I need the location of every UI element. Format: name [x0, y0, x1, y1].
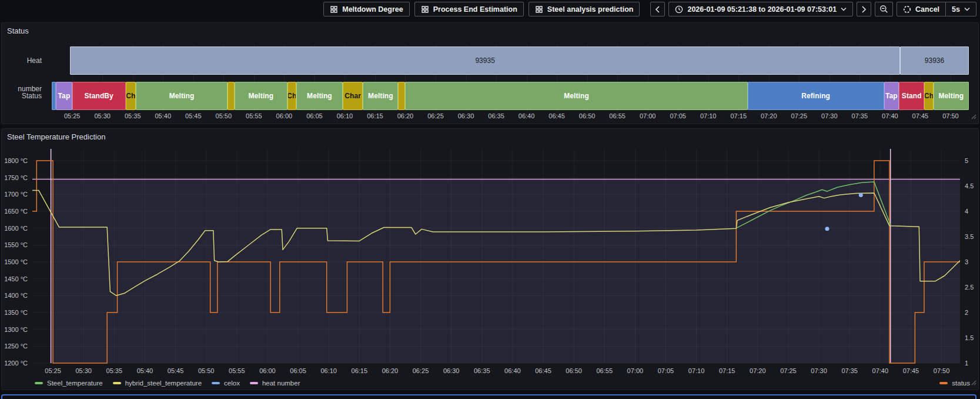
status-segment-label: Melting [249, 92, 274, 100]
legend-item-status[interactable]: status [939, 380, 970, 387]
status-segment-label: Ch [126, 92, 135, 100]
chart-time-axis-label: 05:55 [229, 367, 245, 374]
left-axis-tick: 1200 °C [4, 360, 28, 367]
timeline-axis-label: 05:50 [216, 112, 232, 119]
timeline-axis-label: 07:25 [791, 112, 808, 119]
chart-time-axis-label: 06:30 [443, 367, 460, 374]
right-axis-tick: 1.5 [965, 334, 974, 341]
left-axis-tick: 1750 °C [4, 174, 28, 181]
chart-time-axis-label: 05:35 [106, 367, 123, 374]
status-segment-charging[interactable]: Char [343, 82, 363, 110]
apps-grid-icon [421, 5, 429, 14]
timeline-axis-label: 05:55 [246, 112, 262, 119]
panel-resize-handle[interactable] [971, 377, 976, 388]
chart-time-axis-label: 06:15 [352, 367, 368, 374]
status-segment-label: Melting [307, 92, 332, 100]
timeline-axis-label: 07:40 [882, 112, 898, 119]
timeline-axis-label: 07:20 [761, 112, 777, 119]
status-segment-melting[interactable]: Melting [235, 82, 287, 110]
timeline-axis-label: 07:30 [821, 112, 838, 119]
timeline-axis-label: 06:15 [367, 112, 383, 119]
timeline-axis-label: 07:00 [640, 112, 656, 119]
heat-number-fill [51, 179, 960, 363]
status-segment-tap[interactable]: Tap [56, 82, 72, 110]
timeline-axis-label: 06:35 [488, 112, 504, 119]
right-axis-tick: 4 [965, 208, 968, 215]
chart-time-axis-label: 05:25 [45, 367, 61, 374]
time-controls: 2026-01-09 05:21:38 to 2026-01-09 07:53:… [650, 2, 976, 16]
right-axis-tick: 1 [965, 360, 968, 367]
right-axis-tick: 2 [965, 309, 968, 316]
series-celox-point[interactable] [825, 227, 829, 231]
status-panel: Status Heat number 9393593936 Status Tap… [1, 22, 979, 124]
status-segment-label: Refining [801, 92, 830, 100]
chart-time-axis-label: 05:50 [198, 367, 215, 374]
legend-label: celox [224, 380, 240, 387]
timeline-axis-label: 06:05 [306, 112, 323, 119]
left-axis-tick: 1350 °C [4, 309, 28, 316]
chart-time-axis-label: 06:25 [413, 367, 429, 374]
status-segment-charging[interactable] [228, 82, 235, 110]
status-segment-charging[interactable]: Ch [287, 82, 296, 110]
status-segment-refining[interactable] [52, 82, 56, 110]
refresh-interval-dropdown[interactable]: 5s [945, 2, 976, 16]
timeline-axis-label: 07:45 [912, 112, 929, 119]
left-axis-tick: 1450 °C [4, 275, 28, 282]
heat-number-value: 93936 [925, 56, 944, 65]
status-segment-melting[interactable]: Melting [363, 82, 398, 110]
legend-label: status [952, 380, 970, 387]
time-shift-back-button[interactable] [650, 2, 665, 16]
right-axis-tick: 3.5 [965, 233, 974, 240]
legend-item-heat-number[interactable]: heat number [250, 380, 300, 387]
status-segment-charging[interactable] [398, 82, 405, 110]
dashboard-link-meltdown-degree[interactable]: Meltdown Degree [323, 2, 410, 16]
chart-time-axis-label: 07:00 [627, 367, 644, 374]
time-range-picker[interactable]: 2026-01-09 05:21:38 to 2026-01-09 07:53:… [668, 2, 853, 16]
chart-time-axis-label: 06:50 [566, 367, 582, 374]
timeline-axis-label: 06:55 [609, 112, 626, 119]
status-segment-standby[interactable]: Stand [899, 82, 924, 110]
status-segment-label: Melting [938, 92, 964, 100]
status-segment-melting[interactable]: Melting [405, 82, 747, 110]
legend-item-hybrid-steel-temperature[interactable]: hybrid_steel_temperature [113, 380, 202, 387]
chart-time-axis-label: 07:35 [841, 367, 858, 374]
heat-number-bar[interactable]: 93936 [900, 46, 969, 75]
chart-time-axis-label: 05:30 [75, 367, 92, 374]
chart-time-axis-label: 07:10 [688, 367, 705, 374]
series-celox-point[interactable] [859, 193, 863, 197]
legend-item-celox[interactable]: celox [212, 380, 240, 387]
zoom-out-button[interactable] [875, 2, 893, 16]
chart-time-axis-label: 07:30 [811, 367, 827, 374]
chart-time-axis-label: 05:40 [137, 367, 153, 374]
legend-swatch [250, 382, 258, 384]
next-panel-top-edge[interactable] [1, 394, 976, 399]
refresh-cancel-button[interactable]: Cancel [897, 2, 946, 16]
status-segment-melting[interactable]: Melting [296, 82, 343, 110]
timeline-axis-label: 06:50 [579, 112, 596, 119]
timeline-axis-label: 06:00 [276, 112, 293, 119]
timeline-axis-label: 06:25 [427, 112, 444, 119]
status-segment-melting[interactable]: Melting [934, 82, 969, 110]
chart-panel-title: Steel Temperature Prediction [7, 132, 105, 141]
status-segment-refining[interactable]: Refining [748, 82, 884, 110]
temperature-chart[interactable]: 1800 °C1750 °C1700 °C1650 °C1600 °C1550 … [2, 144, 979, 382]
panel-resize-handle[interactable] [971, 111, 976, 122]
legend-swatch [35, 382, 43, 384]
status-segment-standby[interactable]: StandBy [72, 82, 126, 110]
status-segment-charging[interactable]: Ch [924, 82, 933, 110]
heat-number-bar[interactable]: 93935 [70, 46, 900, 75]
dashboard-link-steel-analysis-prediction[interactable]: Steel analysis prediction [529, 2, 640, 16]
chevron-left-icon [655, 6, 660, 13]
right-axis-tick: 4.5 [965, 182, 974, 189]
legend-item-steel-temperature[interactable]: Steel_temperature [35, 380, 103, 387]
time-shift-forward-button[interactable] [857, 2, 871, 16]
chart-time-axis-label: 07:50 [934, 367, 950, 374]
left-axis-tick: 1300 °C [4, 326, 28, 333]
dashboard-link-process-end-estimation[interactable]: Process End Estimation [414, 2, 524, 16]
status-segment-charging[interactable]: Ch [126, 82, 136, 110]
clock-icon [675, 5, 683, 14]
status-segment-melting[interactable]: Melting [136, 82, 228, 110]
timeline-axis-label: 07:15 [730, 112, 747, 119]
status-segment-tap[interactable]: Tap [884, 82, 899, 110]
legend-label: Steel_temperature [47, 380, 103, 387]
